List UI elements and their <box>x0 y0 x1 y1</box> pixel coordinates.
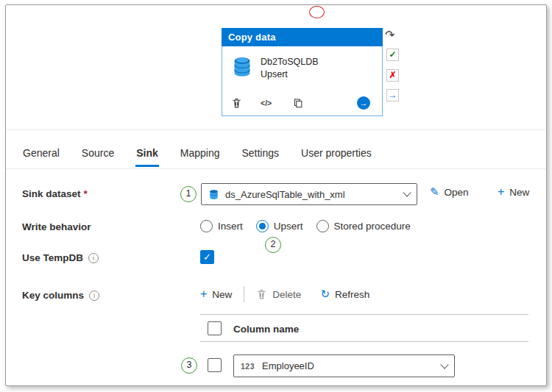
activity-clone-button[interactable] <box>291 96 305 110</box>
table-header-line <box>200 341 528 342</box>
red-circle-annotation <box>309 6 325 18</box>
arrow-right-icon: → <box>360 99 368 107</box>
radio-upsert[interactable]: Upsert <box>256 220 303 232</box>
key-column-value: EmployeeID <box>262 360 436 371</box>
radio-circle-insert <box>200 220 213 232</box>
key-column-refresh-button[interactable]: ↻ Refresh <box>320 288 369 300</box>
chevron-down-icon <box>440 360 448 368</box>
write-behavior-radio-group: Insert Upsert Stored procedure <box>200 220 411 232</box>
dataset-icon <box>208 189 219 200</box>
required-asterisk: * <box>84 188 88 199</box>
key-columns-label: Key columns i <box>22 290 99 301</box>
open-dataset-button[interactable]: ✎ Open <box>430 186 469 198</box>
radio-insert[interactable]: Insert <box>200 220 243 232</box>
activity-code-button[interactable]: </> <box>261 96 272 110</box>
activity-card-title: Copy data <box>222 28 383 46</box>
code-icon: </> <box>261 99 272 107</box>
activity-go-button[interactable]: → <box>357 96 370 110</box>
radio-circle-stored-procedure <box>316 220 329 232</box>
column-name-header: Column name <box>233 324 299 335</box>
pencil-icon: ✎ <box>430 186 439 198</box>
failure-port-icon[interactable]: ✗ <box>386 69 399 82</box>
info-icon[interactable]: i <box>89 291 99 301</box>
plus-icon: + <box>498 186 504 198</box>
table-top-line <box>200 314 528 315</box>
activity-delete-button[interactable] <box>230 96 243 110</box>
step-3-annotation: 3 <box>181 357 197 374</box>
trash-icon <box>256 288 267 300</box>
info-icon[interactable]: i <box>88 253 99 263</box>
plus-icon: + <box>200 288 207 300</box>
check-icon: ✓ <box>203 252 211 263</box>
use-tempdb-label: Use TempDB i <box>22 252 99 263</box>
step-2-annotation: 2 <box>265 237 281 253</box>
tab-settings[interactable]: Settings <box>241 141 280 167</box>
new-dataset-button[interactable]: + New <box>498 186 529 198</box>
tab-sink[interactable]: Sink <box>135 141 159 167</box>
completion-port-icon[interactable]: → <box>386 89 399 101</box>
tab-general[interactable]: General <box>22 141 60 167</box>
tab-divider <box>6 168 546 169</box>
sink-dataset-select[interactable]: ds_AzureSqlTable_with_xml <box>201 183 417 205</box>
radio-stored-procedure[interactable]: Stored procedure <box>316 220 411 232</box>
activity-name: Db2ToSQLDB <box>261 56 319 68</box>
activity-mode: Upsert <box>261 68 319 81</box>
copy-icon <box>293 98 303 109</box>
write-behavior-label: Write behavior <box>22 221 91 232</box>
trash-icon <box>231 97 242 109</box>
refresh-icon: ↻ <box>320 288 330 300</box>
activity-card-body: Db2ToSQLDB Upsert </> → <box>222 46 383 116</box>
step-1-annotation: 1 <box>180 186 197 202</box>
select-all-checkbox[interactable] <box>208 321 222 335</box>
key-columns-toolbar: + New Delete ↻ Refresh <box>200 286 369 302</box>
sink-dataset-label: Sink dataset * <box>22 188 88 199</box>
curved-arrow-icon[interactable]: ↷ <box>385 29 400 42</box>
copy-data-activity-card[interactable]: Copy data Db2ToSQLDB Upsert </> <box>222 28 383 116</box>
copy-data-activity-icon <box>231 56 253 81</box>
tab-bar: General Source Sink Mapping Settings Use… <box>22 141 372 167</box>
key-column-new-button[interactable]: + New <box>200 288 232 300</box>
top-divider <box>6 129 546 130</box>
chevron-down-icon <box>403 188 411 196</box>
sink-dataset-value: ds_AzureSqlTable_with_xml <box>225 189 398 200</box>
radio-circle-upsert <box>256 220 269 232</box>
tab-mapping[interactable]: Mapping <box>180 141 221 167</box>
key-column-select[interactable]: 123 EmployeeID <box>233 354 455 377</box>
key-column-delete-button[interactable]: Delete <box>256 288 301 300</box>
tab-user-properties[interactable]: User properties <box>300 141 372 167</box>
column-type-badge: 123 <box>241 362 255 371</box>
toolbar-divider <box>244 286 244 302</box>
success-port-icon[interactable]: ✓ <box>386 49 399 61</box>
use-tempdb-checkbox[interactable]: ✓ <box>200 250 214 264</box>
row-checkbox[interactable] <box>208 358 222 372</box>
tab-source[interactable]: Source <box>81 141 115 167</box>
